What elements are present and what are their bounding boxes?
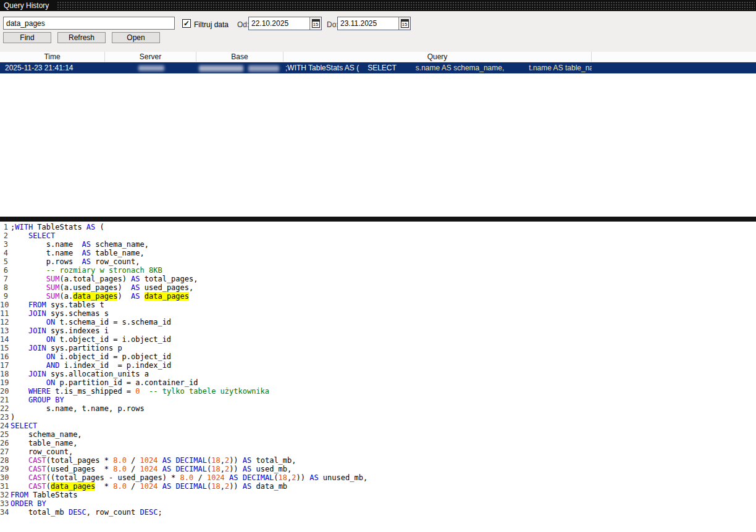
line-number: 11 [0, 309, 10, 318]
editor-line: 25 schema_name, [0, 430, 756, 439]
editor-line: 23) [0, 413, 756, 422]
column-header-server[interactable]: Server [105, 52, 196, 62]
editor-line: 14 ON t.object_id = i.object_id [0, 335, 756, 344]
editor-line: 17 AND i.index_id = p.index_id [0, 361, 756, 370]
query-preview-segment: t.name AS table_name [529, 64, 592, 72]
editor-line: 5 p.rows AS row_count, [0, 257, 756, 266]
editor-line: 29 CAST(used_pages * 8.0 / 1024 AS DECIM… [0, 465, 756, 473]
calendar-icon: 15 [312, 19, 320, 28]
editor-code: 1;WITH TableStats AS (2 SELECT3 s.name A… [0, 223, 756, 517]
from-date-editor: 15 [248, 17, 322, 30]
row-base-cell [196, 62, 284, 73]
line-number: 12 [0, 318, 10, 326]
splitter-bar[interactable] [0, 217, 756, 222]
to-calendar-button[interactable]: 15 [398, 17, 410, 30]
editor-line: 4 t.name AS table_name, [0, 249, 756, 257]
find-button[interactable]: Find [3, 32, 51, 43]
line-number: 10 [0, 301, 10, 309]
line-number: 26 [0, 439, 10, 447]
column-header-filler [592, 52, 756, 62]
line-number: 18 [0, 370, 10, 378]
line-number: 8 [0, 283, 10, 292]
editor-line: 26 table_name, [0, 439, 756, 447]
line-number: 28 [0, 456, 10, 465]
line-number: 9 [0, 292, 10, 301]
to-date-input[interactable] [338, 17, 398, 30]
line-number: 4 [0, 249, 10, 257]
editor-line: 11 JOIN sys.schemas s [0, 309, 756, 318]
editor-line: 13 JOIN sys.indexes i [0, 326, 756, 335]
line-number: 22 [0, 404, 10, 413]
line-number: 2 [0, 231, 10, 240]
from-date-input[interactable] [249, 17, 309, 30]
from-calendar-button[interactable]: 15 [309, 17, 321, 30]
editor-line: 9 SUM(a.data_pages) AS data_pages [0, 292, 756, 301]
line-number: 21 [0, 396, 10, 404]
line-number: 1 [0, 223, 10, 231]
query-preview-segment: ;WITH TableStats AS ( [285, 64, 359, 72]
to-label: Do: [327, 20, 338, 29]
editor-line: 33ORDER BY [0, 499, 756, 508]
open-button[interactable]: Open [112, 32, 160, 43]
redacted-database-name [248, 65, 279, 72]
from-label: Od: [237, 20, 249, 29]
row-server-cell [105, 62, 196, 73]
line-number: 24 [0, 422, 10, 430]
line-number: 15 [0, 344, 10, 352]
editor-line: 18 JOIN sys.allocation_units a [0, 370, 756, 378]
titlebar-grip-texture [57, 1, 755, 10]
editor-line: 7 SUM(a.total_pages) AS total_pages, [0, 275, 756, 283]
line-number: 31 [0, 482, 10, 491]
line-number: 34 [0, 508, 10, 517]
toolbar: ✓ Filtruj data Od: 15 Do: 15 Find [0, 11, 756, 52]
editor-line: 28 CAST(total_pages * 8.0 / 1024 AS DECI… [0, 456, 756, 465]
editor-line: 10 FROM sys.tables t [0, 301, 756, 309]
query-history-window: Query History ✓ Filtruj data Od: 15 Do: [0, 0, 756, 532]
editor-line: 34 total_mb DESC, row_count DESC; [0, 508, 756, 517]
titlebar: Query History [0, 0, 756, 11]
editor-line: 24SELECT [0, 422, 756, 430]
editor-line: 32FROM TableStats [0, 491, 756, 499]
filter-date-checkbox[interactable]: ✓ [182, 19, 191, 28]
to-date-editor: 15 [337, 17, 411, 30]
editor-line: 27 row_count, [0, 447, 756, 456]
line-number: 20 [0, 387, 10, 396]
calendar-icon-day: 15 [401, 22, 408, 27]
editor-line: 21 GROUP BY [0, 396, 756, 404]
column-header-time[interactable]: Time [0, 52, 105, 62]
line-number: 27 [0, 447, 10, 456]
redacted-server-name [138, 65, 164, 71]
history-grid: Time Server Base Query 2025-11-23 21:41:… [0, 52, 756, 217]
editor-line: 1;WITH TableStats AS ( [0, 223, 756, 231]
editor-line: 20 WHERE t.is_ms_shipped = 0 -- tylko ta… [0, 387, 756, 396]
line-number: 14 [0, 335, 10, 344]
editor-line: 12 ON t.schema_id = s.schema_id [0, 318, 756, 326]
line-number: 17 [0, 361, 10, 370]
line-number: 32 [0, 491, 10, 499]
checkmark-icon: ✓ [183, 20, 190, 27]
history-row-selected[interactable]: 2025-11-23 21:41:14 ;WITH TableStats AS … [0, 62, 756, 73]
editor-line: 16 ON i.object_id = p.object_id [0, 352, 756, 361]
editor-line: 22 s.name, t.name, p.rows [0, 404, 756, 413]
search-input[interactable] [3, 17, 175, 30]
line-number: 29 [0, 465, 10, 473]
editor-line: 8 SUM(a.used_pages) AS used_pages, [0, 283, 756, 292]
line-number: 23 [0, 413, 10, 422]
row-time-cell: 2025-11-23 21:41:14 [0, 62, 105, 73]
query-preview-segment: s.name AS schema_name, [416, 64, 504, 72]
line-number: 25 [0, 430, 10, 439]
line-number: 7 [0, 275, 10, 283]
query-preview-segment: SELECT [368, 64, 397, 72]
line-number: 5 [0, 257, 10, 266]
line-number: 33 [0, 499, 10, 508]
filter-date-label: Filtruj data [194, 20, 229, 29]
editor-line: 31 CAST(data_pages * 8.0 / 1024 AS DECIM… [0, 482, 756, 491]
editor-line: 30 CAST((total_pages - used_pages) * 8.0… [0, 473, 756, 482]
column-header-base[interactable]: Base [196, 52, 284, 62]
sql-editor[interactable]: 1;WITH TableStats AS (2 SELECT3 s.name A… [0, 222, 756, 532]
editor-line: 2 SELECT [0, 231, 756, 240]
column-header-query[interactable]: Query [284, 52, 592, 62]
refresh-button[interactable]: Refresh [57, 32, 106, 43]
window-title: Query History [4, 1, 52, 10]
calendar-icon: 15 [401, 19, 409, 28]
